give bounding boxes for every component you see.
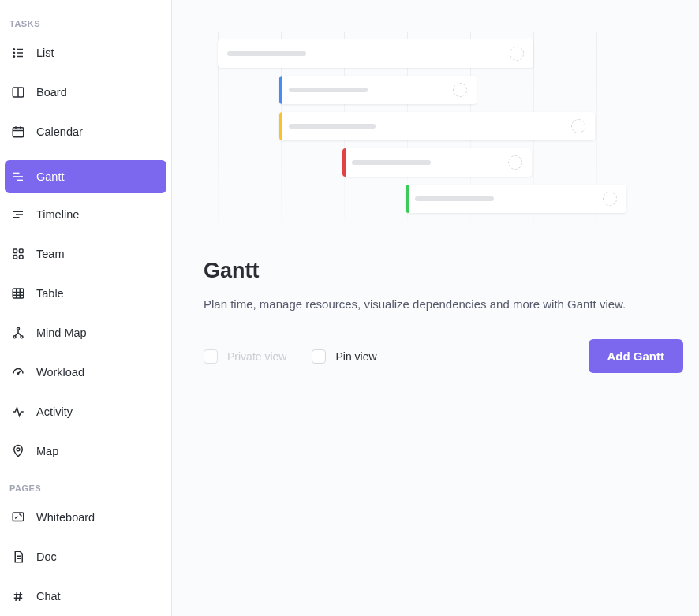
- sidebar: TASKS List Board Calendar Gantt Timeline: [0, 0, 172, 616]
- svg-rect-18: [13, 249, 17, 253]
- sidebar-item-activity[interactable]: Activity: [0, 392, 171, 431]
- sidebar-item-label: Gantt: [36, 170, 64, 183]
- svg-rect-20: [13, 256, 17, 259]
- sidebar-item-workload[interactable]: Workload: [0, 353, 171, 392]
- main: Gantt Plan time, manage resources, visua…: [172, 0, 699, 616]
- svg-point-2: [13, 52, 15, 54]
- sidebar-item-label: Board: [36, 86, 67, 99]
- page-description: Plan time, manage resources, visualize d…: [204, 297, 683, 311]
- divider: [0, 155, 171, 155]
- mind-map-icon: [11, 326, 25, 340]
- svg-point-32: [17, 448, 20, 451]
- private-view-toggle: Private view: [204, 349, 286, 364]
- workload-icon: [11, 365, 25, 379]
- team-icon: [11, 247, 25, 261]
- sidebar-item-label: Mind Map: [36, 327, 87, 339]
- sidebar-item-label: List: [36, 47, 54, 59]
- list-icon: [11, 46, 25, 60]
- sidebar-item-label: Workload: [36, 366, 84, 379]
- gantt-bar: [279, 76, 477, 104]
- gantt-bar: [218, 39, 533, 68]
- checkbox: [204, 349, 218, 364]
- svg-rect-22: [13, 289, 24, 298]
- checkbox[interactable]: [312, 349, 326, 364]
- sidebar-item-whiteboard[interactable]: Whiteboard: [0, 498, 171, 537]
- gantt-icon: [11, 170, 25, 184]
- sidebar-item-team[interactable]: Team: [0, 234, 171, 274]
- sidebar-item-table[interactable]: Table: [0, 274, 171, 313]
- controls-row: Private view Pin view Add Gantt: [204, 339, 683, 373]
- svg-rect-33: [13, 513, 24, 521]
- private-view-label: Private view: [227, 350, 286, 363]
- sidebar-item-map[interactable]: Map: [0, 431, 171, 471]
- board-icon: [11, 85, 25, 99]
- svg-point-28: [13, 336, 16, 338]
- sidebar-item-chat[interactable]: Chat: [0, 577, 171, 616]
- svg-point-0: [13, 49, 15, 50]
- sidebar-item-gantt[interactable]: Gantt: [5, 160, 166, 193]
- sidebar-item-timeline[interactable]: Timeline: [0, 195, 171, 234]
- sidebar-item-board[interactable]: Board: [0, 73, 171, 112]
- hash-icon: [11, 589, 25, 603]
- svg-rect-8: [13, 128, 24, 137]
- svg-line-38: [16, 592, 17, 601]
- sidebar-item-label: Map: [36, 445, 58, 457]
- section-label-pages: PAGES: [0, 479, 171, 498]
- sidebar-item-label: Calendar: [36, 125, 83, 138]
- timeline-icon: [11, 207, 25, 222]
- svg-point-31: [17, 373, 19, 375]
- sidebar-item-label: Doc: [36, 551, 57, 563]
- pin-view-label: Pin view: [335, 350, 376, 363]
- whiteboard-icon: [11, 510, 25, 525]
- gantt-illustration: [218, 32, 644, 221]
- svg-point-27: [17, 327, 20, 330]
- gantt-bar: [406, 185, 626, 213]
- sidebar-item-list[interactable]: List: [0, 33, 171, 73]
- gantt-bar: [279, 112, 595, 140]
- add-gantt-button[interactable]: Add Gantt: [589, 339, 684, 373]
- sidebar-item-label: Timeline: [36, 208, 79, 221]
- sidebar-item-label: Table: [36, 287, 64, 300]
- page-title: Gantt: [204, 259, 683, 283]
- sidebar-item-mind-map[interactable]: Mind Map: [0, 313, 171, 353]
- sidebar-item-label: Chat: [36, 590, 61, 603]
- section-label-tasks: TASKS: [0, 14, 171, 33]
- calendar-icon: [11, 125, 25, 139]
- svg-line-39: [20, 592, 21, 601]
- pin-view-toggle[interactable]: Pin view: [312, 349, 376, 364]
- svg-point-4: [13, 56, 15, 58]
- table-icon: [11, 286, 25, 301]
- map-pin-icon: [11, 444, 25, 458]
- svg-point-29: [21, 336, 23, 338]
- doc-icon: [11, 550, 25, 564]
- activity-icon: [11, 405, 25, 419]
- sidebar-item-doc[interactable]: Doc: [0, 537, 171, 577]
- sidebar-item-label: Whiteboard: [36, 511, 95, 524]
- sidebar-item-calendar[interactable]: Calendar: [0, 112, 171, 151]
- svg-rect-21: [20, 256, 24, 259]
- gantt-bar: [342, 148, 532, 177]
- sidebar-item-label: Team: [36, 248, 64, 260]
- svg-rect-19: [20, 249, 24, 253]
- sidebar-item-label: Activity: [36, 405, 73, 418]
